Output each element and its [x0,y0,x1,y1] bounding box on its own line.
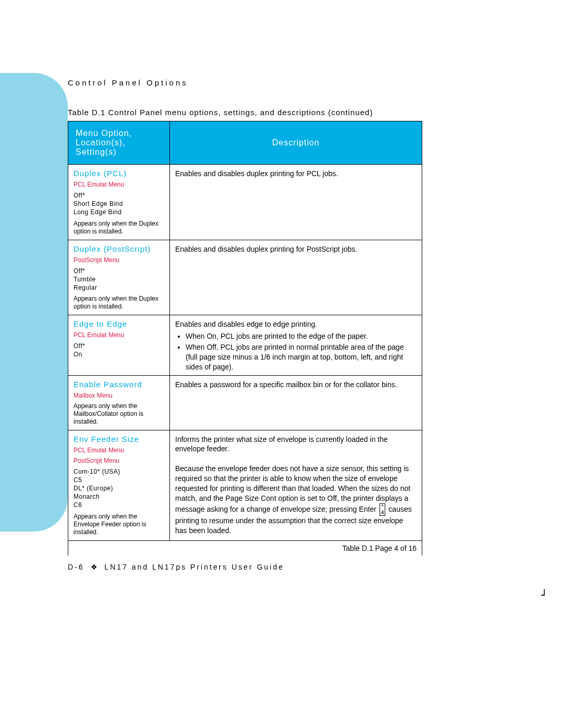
menu-location: PostScript Menu [74,457,164,464]
option-note: Appears only when the Duplex option is i… [74,295,164,311]
option-settings: Off* Tumble Regular [74,267,164,292]
option-settings: Off* On [74,342,164,359]
option-note: Appears only when the Mailbox/Collator o… [74,402,164,426]
col-head-option: Menu Option, Location(s), Setting(s) [68,121,170,165]
menu-location: Mailbox Menu [74,392,164,399]
table-page-indicator: Table D.1 Page 4 of 16 [68,540,422,556]
section-header: Control Panel Options [68,78,495,87]
option-title: Edge to Edge [74,319,164,328]
table-foot: Table D.1 Page 4 of 16 [68,540,422,556]
option-note: Appears only when the Duplex option is i… [74,220,164,236]
guide-title: LN17 and LN17ps Printers User Guide [104,563,284,571]
table-row: Env Feeder Size PCL Emulat Menu PostScri… [68,430,422,540]
table-row: Duplex (PostScript) PostScript Menu Off*… [68,240,422,315]
col-head-description: Description [170,121,422,165]
option-description: Enables and disables edge to edge printi… [170,315,422,375]
menu-location: PCL Emulat Menu [74,331,164,339]
option-description: Enables and disables duplex printing for… [170,240,422,315]
option-title: Enable Password [74,380,164,389]
page-number: D-6 [68,563,84,571]
option-description: Enables a password for a specific mailbo… [170,375,422,430]
table-row: Duplex (PCL) PCL Emulat Menu Off* Short … [68,165,422,240]
menu-location: PostScript Menu [74,256,164,264]
bullet-icon: ❖ [88,563,101,571]
crop-mark-icon: ┘ [541,589,547,601]
menu-location: PCL Emulat Menu [74,447,164,454]
option-description: Informs the printer what size of envelop… [170,430,422,540]
option-title: Env Feeder Size [74,435,164,443]
page-footer: D-6 ❖ LN17 and LN17ps Printers User Guid… [68,563,284,571]
table-row: Edge to Edge PCL Emulat Menu Off* On Ena… [68,315,422,375]
option-title: Duplex (PCL) [74,169,164,178]
option-note: Appears only when the Envelope Feeder op… [74,513,164,536]
table-row: Enable Password Mailbox Menu Appears onl… [68,375,422,430]
menu-location: PCL Emulat Menu [74,181,164,188]
option-title: Duplex (PostScript) [74,244,164,253]
option-settings: Off* Short Edge Bind Long Edge Bind [74,191,164,217]
option-description: Enables and disables duplex printing for… [170,165,422,240]
option-settings: Com-10* (USA) C5 DL* (Europe) Monarch C6 [74,467,164,510]
side-tab-graphic [0,73,68,532]
options-table: Menu Option, Location(s), Setting(s) Des… [68,121,422,556]
table-caption: Table D.1 Control Panel menu options, se… [68,108,495,117]
